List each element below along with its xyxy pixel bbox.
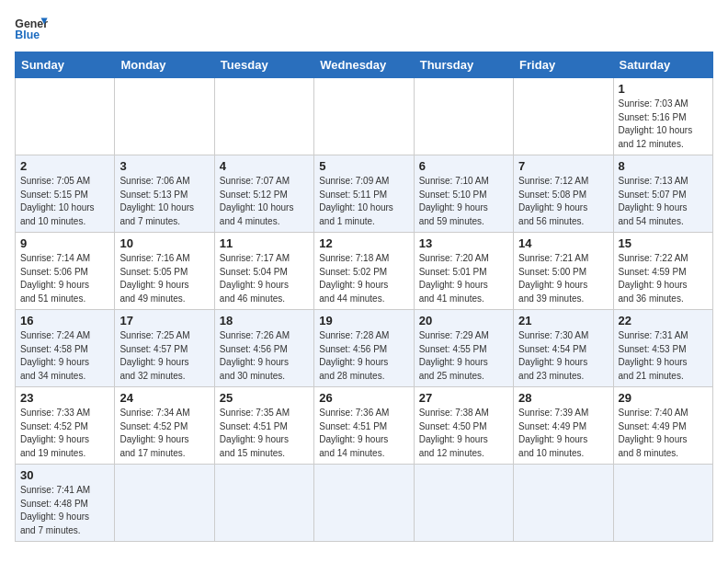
calendar-cell: 25Sunrise: 7:35 AM Sunset: 4:51 PM Dayli… xyxy=(214,387,313,465)
calendar-week-row: 9Sunrise: 7:14 AM Sunset: 5:06 PM Daylig… xyxy=(16,233,713,310)
calendar-cell: 4Sunrise: 7:07 AM Sunset: 5:12 PM Daylig… xyxy=(214,155,313,233)
day-info: Sunrise: 7:12 AM Sunset: 5:08 PM Dayligh… xyxy=(518,175,608,228)
calendar-week-row: 16Sunrise: 7:24 AM Sunset: 4:58 PM Dayli… xyxy=(16,310,713,387)
day-number: 24 xyxy=(119,391,209,405)
day-info: Sunrise: 7:28 AM Sunset: 4:56 PM Dayligh… xyxy=(319,329,408,383)
day-number: 14 xyxy=(518,236,608,250)
day-info: Sunrise: 7:33 AM Sunset: 4:52 PM Dayligh… xyxy=(20,407,109,460)
day-number: 17 xyxy=(119,314,209,327)
calendar-cell: 9Sunrise: 7:14 AM Sunset: 5:06 PM Daylig… xyxy=(16,233,115,310)
day-number: 1 xyxy=(619,82,708,96)
day-info: Sunrise: 7:17 AM Sunset: 5:04 PM Dayligh… xyxy=(220,252,309,305)
calendar-cell xyxy=(115,465,214,542)
calendar-cell: 22Sunrise: 7:31 AM Sunset: 4:53 PM Dayli… xyxy=(613,310,712,387)
day-of-week-header: Sunday xyxy=(16,52,115,78)
day-number: 19 xyxy=(319,314,408,327)
day-number: 15 xyxy=(619,236,708,250)
calendar-cell: 15Sunrise: 7:22 AM Sunset: 4:59 PM Dayli… xyxy=(613,233,712,310)
day-info: Sunrise: 7:06 AM Sunset: 5:13 PM Dayligh… xyxy=(119,175,209,228)
day-info: Sunrise: 7:25 AM Sunset: 4:57 PM Dayligh… xyxy=(119,329,209,383)
page-header: General Blue xyxy=(15,15,713,42)
day-number: 25 xyxy=(220,391,309,405)
calendar-cell: 8Sunrise: 7:13 AM Sunset: 5:07 PM Daylig… xyxy=(613,155,712,233)
day-info: Sunrise: 7:24 AM Sunset: 4:58 PM Dayligh… xyxy=(20,329,109,383)
calendar-cell xyxy=(214,465,313,542)
calendar-cell: 10Sunrise: 7:16 AM Sunset: 5:05 PM Dayli… xyxy=(115,233,214,310)
calendar-cell: 11Sunrise: 7:17 AM Sunset: 5:04 PM Dayli… xyxy=(214,233,313,310)
day-number: 18 xyxy=(220,314,309,327)
calendar-cell: 7Sunrise: 7:12 AM Sunset: 5:08 PM Daylig… xyxy=(514,155,613,233)
day-info: Sunrise: 7:18 AM Sunset: 5:02 PM Dayligh… xyxy=(319,252,408,305)
day-info: Sunrise: 7:29 AM Sunset: 4:55 PM Dayligh… xyxy=(419,329,508,383)
day-of-week-header: Wednesday xyxy=(314,52,414,78)
calendar-cell: 6Sunrise: 7:10 AM Sunset: 5:10 PM Daylig… xyxy=(414,155,513,233)
day-of-week-header: Tuesday xyxy=(214,52,313,78)
day-number: 4 xyxy=(220,159,309,173)
day-info: Sunrise: 7:07 AM Sunset: 5:12 PM Dayligh… xyxy=(220,175,309,228)
day-info: Sunrise: 7:16 AM Sunset: 5:05 PM Dayligh… xyxy=(119,252,209,305)
day-info: Sunrise: 7:09 AM Sunset: 5:11 PM Dayligh… xyxy=(319,175,408,228)
day-of-week-header: Saturday xyxy=(613,52,712,78)
calendar-cell: 20Sunrise: 7:29 AM Sunset: 4:55 PM Dayli… xyxy=(414,310,513,387)
day-info: Sunrise: 7:20 AM Sunset: 5:01 PM Dayligh… xyxy=(419,252,508,305)
calendar-cell: 1Sunrise: 7:03 AM Sunset: 5:16 PM Daylig… xyxy=(613,78,712,155)
calendar-cell xyxy=(314,465,414,542)
calendar-cell: 14Sunrise: 7:21 AM Sunset: 5:00 PM Dayli… xyxy=(514,233,613,310)
day-number: 12 xyxy=(319,236,408,250)
day-number: 20 xyxy=(419,314,508,327)
day-info: Sunrise: 7:05 AM Sunset: 5:15 PM Dayligh… xyxy=(20,175,109,228)
day-number: 5 xyxy=(319,159,408,173)
calendar-cell: 27Sunrise: 7:38 AM Sunset: 4:50 PM Dayli… xyxy=(414,387,513,465)
calendar-cell xyxy=(214,78,313,155)
day-info: Sunrise: 7:03 AM Sunset: 5:16 PM Dayligh… xyxy=(619,98,708,151)
day-number: 7 xyxy=(518,159,608,173)
day-number: 28 xyxy=(518,391,608,405)
calendar-cell: 5Sunrise: 7:09 AM Sunset: 5:11 PM Daylig… xyxy=(314,155,414,233)
day-number: 16 xyxy=(20,314,109,327)
calendar-cell: 16Sunrise: 7:24 AM Sunset: 4:58 PM Dayli… xyxy=(16,310,115,387)
day-info: Sunrise: 7:38 AM Sunset: 4:50 PM Dayligh… xyxy=(419,407,508,460)
calendar-cell: 21Sunrise: 7:30 AM Sunset: 4:54 PM Dayli… xyxy=(514,310,613,387)
calendar-cell: 2Sunrise: 7:05 AM Sunset: 5:15 PM Daylig… xyxy=(16,155,115,233)
calendar-cell xyxy=(514,78,613,155)
day-number: 3 xyxy=(119,159,209,173)
calendar-header-row: SundayMondayTuesdayWednesdayThursdayFrid… xyxy=(16,52,713,78)
calendar-cell: 28Sunrise: 7:39 AM Sunset: 4:49 PM Dayli… xyxy=(514,387,613,465)
day-info: Sunrise: 7:10 AM Sunset: 5:10 PM Dayligh… xyxy=(419,175,508,228)
day-number: 29 xyxy=(619,391,708,405)
day-number: 8 xyxy=(619,159,708,173)
calendar-cell xyxy=(414,465,513,542)
day-number: 13 xyxy=(419,236,508,250)
calendar-cell: 3Sunrise: 7:06 AM Sunset: 5:13 PM Daylig… xyxy=(115,155,214,233)
logo-icon: General Blue xyxy=(15,15,48,42)
calendar-cell: 18Sunrise: 7:26 AM Sunset: 4:56 PM Dayli… xyxy=(214,310,313,387)
calendar-cell: 26Sunrise: 7:36 AM Sunset: 4:51 PM Dayli… xyxy=(314,387,414,465)
calendar-cell: 29Sunrise: 7:40 AM Sunset: 4:49 PM Dayli… xyxy=(613,387,712,465)
calendar-cell: 12Sunrise: 7:18 AM Sunset: 5:02 PM Dayli… xyxy=(314,233,414,310)
day-info: Sunrise: 7:21 AM Sunset: 5:00 PM Dayligh… xyxy=(518,252,608,305)
day-number: 21 xyxy=(518,314,608,327)
day-info: Sunrise: 7:13 AM Sunset: 5:07 PM Dayligh… xyxy=(619,175,708,228)
day-number: 6 xyxy=(419,159,508,173)
day-info: Sunrise: 7:26 AM Sunset: 4:56 PM Dayligh… xyxy=(220,329,309,383)
day-number: 26 xyxy=(319,391,408,405)
calendar-cell xyxy=(613,465,712,542)
calendar-table: SundayMondayTuesdayWednesdayThursdayFrid… xyxy=(15,52,713,542)
calendar-cell: 13Sunrise: 7:20 AM Sunset: 5:01 PM Dayli… xyxy=(414,233,513,310)
calendar-week-row: 2Sunrise: 7:05 AM Sunset: 5:15 PM Daylig… xyxy=(16,155,713,233)
svg-text:Blue: Blue xyxy=(15,29,40,41)
day-number: 10 xyxy=(119,236,209,250)
day-number: 23 xyxy=(20,391,109,405)
day-info: Sunrise: 7:35 AM Sunset: 4:51 PM Dayligh… xyxy=(220,407,309,460)
day-number: 22 xyxy=(619,314,708,327)
calendar-cell xyxy=(16,78,115,155)
calendar-cell xyxy=(414,78,513,155)
day-of-week-header: Monday xyxy=(115,52,214,78)
day-info: Sunrise: 7:31 AM Sunset: 4:53 PM Dayligh… xyxy=(619,329,708,383)
day-number: 2 xyxy=(20,159,109,173)
day-info: Sunrise: 7:14 AM Sunset: 5:06 PM Dayligh… xyxy=(20,252,109,305)
calendar-cell: 30Sunrise: 7:41 AM Sunset: 4:48 PM Dayli… xyxy=(16,465,115,542)
calendar-cell xyxy=(514,465,613,542)
day-of-week-header: Friday xyxy=(514,52,613,78)
logo: General Blue xyxy=(15,15,48,42)
